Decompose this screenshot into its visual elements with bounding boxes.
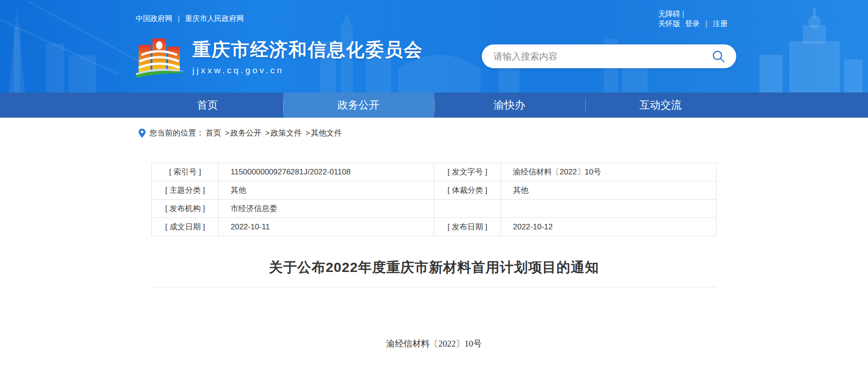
site-title: 重庆市经济和信息化委员会 — [193, 37, 423, 62]
document-meta-table: [ 索引号 ] 11500000009276281J/2022-01108 [ … — [151, 163, 717, 236]
breadcrumb-prefix: 您当前的位置： — [150, 128, 204, 138]
nav-separator — [434, 99, 435, 111]
meta-label-index-no: [ 索引号 ] — [152, 163, 219, 181]
meta-value-topic-category: 其他 — [219, 181, 434, 200]
table-row: [ 主题分类 ] 其他 [ 体裁分类 ] 其他 — [152, 181, 717, 200]
meta-value-index-no: 11500000009276281J/2022-01108 — [219, 163, 434, 181]
table-row: [ 成文日期 ] 2022-10-11 [ 发布日期 ] 2022-10-12 — [152, 218, 717, 236]
link-accessibility[interactable]: 无障碍 — [658, 10, 680, 18]
location-pin-icon — [139, 129, 146, 138]
link-cq-gov[interactable]: 重庆市人民政府网 — [185, 14, 244, 24]
table-row: [ 索引号 ] 11500000009276281J/2022-01108 [ … — [152, 163, 717, 181]
brand-row: 重庆市经济和信息化委员会 jjxxw.cq.gov.cn — [132, 33, 736, 80]
link-care-version[interactable]: 关怀版 — [658, 20, 680, 27]
meta-label-issuing-agency: [ 发布机构 ] — [152, 200, 219, 218]
link-register[interactable]: 注册 — [713, 20, 728, 27]
link-divider: | — [682, 10, 684, 18]
nav-tab-gov-affairs[interactable]: 政务公开 — [283, 92, 434, 118]
meta-label-doc-symbol: [ 发文字号 ] — [434, 163, 501, 181]
meta-value-genre-category: 其他 — [501, 181, 717, 200]
breadcrumb-policy-files[interactable]: 政策文件 — [270, 128, 302, 138]
site-header: 中国政府网 | 重庆市人民政府网 无障碍 | 关怀版 登录 | 注册 — [0, 0, 868, 92]
page-title: 关于公布2022年度重庆市新材料首用计划项目的通知 — [151, 258, 717, 277]
breadcrumb-separator: > — [305, 129, 310, 138]
meta-value-empty — [501, 200, 717, 218]
meta-label-topic-category: [ 主题分类 ] — [152, 181, 219, 200]
meta-label-empty — [434, 200, 501, 218]
nav-separator — [283, 99, 284, 111]
meta-value-issuing-agency: 市经济信息委 — [219, 200, 434, 218]
nav-tab-home[interactable]: 首页 — [132, 92, 283, 118]
header-top-row: 中国政府网 | 重庆市人民政府网 无障碍 | 关怀版 登录 | 注册 — [132, 0, 736, 28]
article-content: [ 索引号 ] 11500000009276281J/2022-01108 [ … — [151, 163, 717, 350]
breadcrumb-separator: > — [225, 129, 230, 138]
link-china-gov[interactable]: 中国政府网 — [136, 14, 173, 24]
breadcrumb-separator: > — [265, 129, 270, 138]
link-divider: | — [705, 20, 707, 27]
search-button[interactable] — [711, 49, 726, 64]
brand-text: 重庆市经济和信息化委员会 jjxxw.cq.gov.cn — [193, 37, 423, 76]
search-box — [482, 44, 736, 68]
nav-separator — [585, 99, 586, 111]
nav-tab-yukuaiban[interactable]: 渝快办 — [434, 92, 585, 118]
breadcrumb-other-files[interactable]: 其他文件 — [311, 128, 342, 138]
document-number: 渝经信材料〔2022〕10号 — [151, 338, 717, 350]
meta-value-publish-date: 2022-10-12 — [501, 218, 717, 236]
partner-links: 中国政府网 | 重庆市人民政府网 — [132, 9, 244, 28]
breadcrumb-home[interactable]: 首页 — [206, 128, 221, 138]
breadcrumb-gov-affairs[interactable]: 政务公开 — [230, 128, 261, 138]
meta-label-written-date: [ 成文日期 ] — [152, 218, 219, 236]
meta-label-genre-category: [ 体裁分类 ] — [434, 181, 501, 200]
meta-label-publish-date: [ 发布日期 ] — [434, 218, 501, 236]
link-divider: | — [178, 15, 180, 23]
search-icon — [712, 49, 725, 63]
nav-tab-interaction[interactable]: 互动交流 — [585, 92, 736, 118]
breadcrumb: 您当前的位置： 首页 > 政务公开 > 政策文件 > 其他文件 — [132, 128, 736, 138]
user-links: 无障碍 | 关怀版 登录 | 注册 — [658, 9, 736, 28]
search-input[interactable] — [494, 51, 711, 62]
title-divider — [151, 287, 717, 288]
link-login[interactable]: 登录 — [685, 20, 700, 27]
meta-value-doc-symbol: 渝经信材料〔2022〕10号 — [501, 163, 717, 181]
agency-logo-icon — [135, 33, 186, 80]
site-url: jjxxw.cq.gov.cn — [193, 65, 423, 76]
table-row: [ 发布机构 ] 市经济信息委 — [152, 200, 717, 218]
main-nav: 首页 政务公开 渝快办 互动交流 — [0, 92, 868, 118]
meta-value-written-date: 2022-10-11 — [219, 218, 434, 236]
